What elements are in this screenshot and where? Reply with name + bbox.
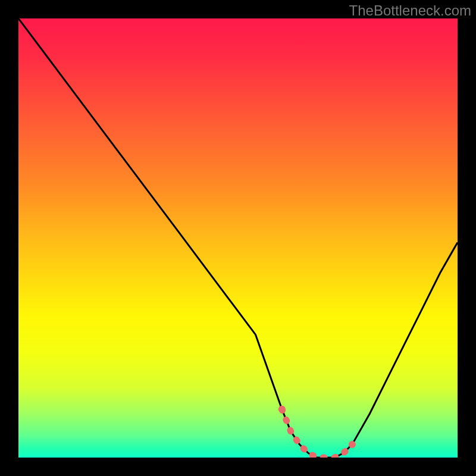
highlight-endpoint — [278, 406, 286, 413]
highlight-segment — [282, 409, 352, 458]
highlight-endpoint — [349, 441, 356, 448]
bottleneck-curve — [18, 18, 458, 458]
plot-area — [18, 18, 458, 458]
chart-canvas: TheBottleneck.com — [0, 0, 476, 476]
watermark-text: TheBottleneck.com — [349, 2, 471, 19]
curve-layer — [18, 18, 458, 458]
